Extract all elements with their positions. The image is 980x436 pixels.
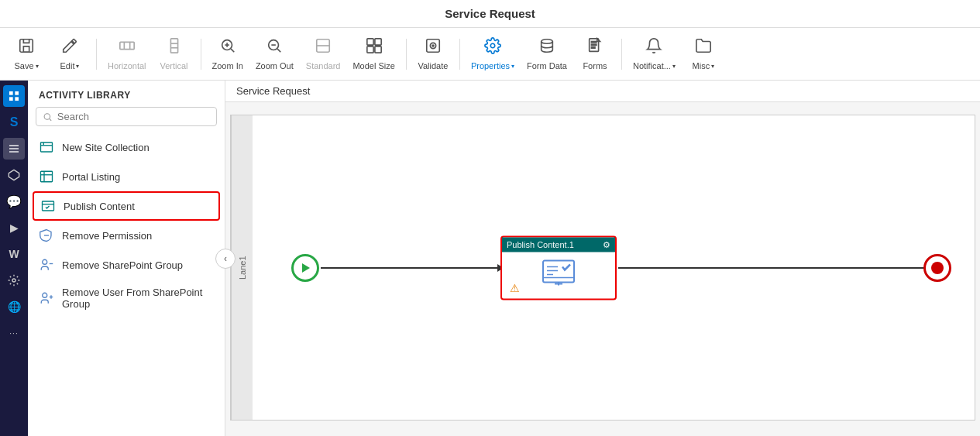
remove-permission-icon [39, 228, 54, 243]
icon-bar-plug[interactable] [3, 164, 25, 186]
activity-gear-icon[interactable]: ⚙ [603, 239, 610, 249]
icon-bar-grid[interactable] [3, 85, 25, 107]
sidebar-item-portal-listing[interactable]: Portal Listing [28, 162, 225, 191]
icon-bar-globe[interactable]: 🌐 [3, 296, 25, 318]
edit-button[interactable]: Edit ▾ [50, 33, 90, 76]
svg-line-13 [277, 49, 280, 52]
arrow-start-to-activity [321, 267, 499, 269]
activity-node-title: Publish Content.1 [507, 240, 574, 249]
flow-area: Publish Content.1 ⚙ [253, 115, 975, 420]
sidebar-item-remove-user-sharepoint[interactable]: Remove User From SharePoint Group [28, 280, 225, 317]
zoom-in-icon [219, 37, 236, 59]
svg-rect-46 [43, 201, 54, 211]
end-node[interactable] [923, 254, 951, 282]
svg-rect-4 [170, 39, 177, 53]
svg-rect-1 [120, 42, 134, 49]
activity-node[interactable]: Publish Content.1 ⚙ [500, 235, 617, 300]
save-button[interactable]: Save ▾ [6, 33, 46, 76]
misc-icon [695, 37, 712, 59]
start-node[interactable] [291, 254, 319, 282]
publish-content-icon [40, 198, 56, 214]
sidebar-item-label: New Site Collection [62, 142, 150, 153]
icon-bar-wp[interactable]: W [3, 243, 25, 265]
canvas-content[interactable]: Lane1 Publish Content.1 ⚙ [225, 102, 980, 433]
lane-container: Lane1 Publish Content.1 ⚙ [230, 115, 975, 421]
search-input[interactable] [57, 111, 210, 122]
vertical-button[interactable]: Vertical [154, 33, 194, 76]
sidebar-item-publish-content[interactable]: Publish Content [33, 191, 220, 221]
horizontal-button[interactable]: Horizontal [103, 33, 151, 76]
divider-1 [96, 39, 97, 70]
svg-rect-30 [15, 91, 19, 95]
arrow-activity-to-end [618, 267, 944, 269]
search-box[interactable] [36, 107, 217, 126]
icon-bar-list[interactable] [3, 138, 25, 160]
icon-bar-settings[interactable] [3, 269, 25, 291]
svg-marker-36 [9, 170, 19, 180]
svg-rect-17 [375, 39, 381, 45]
title-bar: Service Request [0, 0, 980, 28]
forms-button[interactable]: Forms [575, 33, 615, 76]
new-site-collection-icon [39, 139, 54, 155]
model-size-button[interactable]: Model Size [348, 33, 399, 76]
svg-rect-35 [9, 151, 19, 152]
lane-label: Lane1 [231, 115, 253, 420]
svg-point-37 [12, 279, 15, 282]
sidebar-item-label: Remove User From SharePoint Group [62, 287, 214, 310]
svg-line-10 [231, 49, 234, 52]
icon-bar-chat[interactable]: 💬 [3, 191, 25, 212]
forms-icon [586, 37, 603, 59]
sidebar-items: New Site Collection Portal Listing [28, 132, 225, 436]
warning-icon: ⚠ [510, 281, 520, 294]
properties-icon [484, 37, 501, 59]
svg-rect-43 [41, 171, 53, 182]
icon-bar-sharepoint[interactable]: S [3, 112, 25, 133]
canvas-title: Service Request [225, 81, 980, 102]
search-icon [43, 112, 53, 122]
sidebar-item-remove-sharepoint-group[interactable]: Remove SharePoint Group [28, 250, 225, 280]
svg-point-23 [490, 43, 495, 48]
divider-4 [459, 39, 460, 70]
portal-listing-icon [39, 169, 54, 184]
standard-button[interactable]: Standard [301, 33, 346, 76]
svg-point-38 [44, 113, 50, 118]
svg-rect-18 [366, 46, 373, 53]
sidebar-item-label: Publish Content [64, 201, 135, 212]
svg-rect-32 [15, 97, 19, 101]
sidebar-collapse-button[interactable]: ‹ [215, 249, 236, 269]
validate-icon [425, 37, 442, 59]
icon-bar-video[interactable]: ▶ [3, 217, 25, 239]
zoom-in-button[interactable]: Zoom In [208, 33, 248, 76]
divider-2 [201, 39, 201, 70]
svg-rect-31 [9, 97, 13, 101]
sidebar: ACTIVITY LIBRARY New Site Collection [28, 81, 225, 436]
misc-button[interactable]: Misc ▾ [683, 33, 724, 76]
zoom-out-button[interactable]: Zoom Out [251, 33, 298, 76]
properties-button[interactable]: Properties ▾ [466, 33, 519, 76]
activity-node-body: ⚠ [502, 252, 615, 298]
icon-bar-more[interactable]: ··· [3, 322, 25, 344]
activity-node-header: Publish Content.1 ⚙ [502, 237, 615, 252]
zoom-out-icon [266, 37, 283, 59]
sidebar-header: ACTIVITY LIBRARY [28, 81, 225, 107]
sidebar-item-new-site-collection[interactable]: New Site Collection [28, 132, 225, 162]
form-data-icon [538, 37, 555, 59]
svg-rect-16 [366, 39, 373, 45]
svg-rect-27 [591, 44, 596, 45]
svg-rect-19 [375, 46, 381, 53]
svg-rect-40 [41, 142, 53, 152]
remove-user-sharepoint-icon [39, 290, 54, 306]
sidebar-item-label: Remove SharePoint Group [62, 259, 183, 271]
svg-rect-26 [591, 42, 596, 43]
validate-button[interactable]: Validate [413, 33, 453, 76]
vertical-icon [166, 37, 183, 59]
svg-point-51 [43, 293, 47, 297]
notification-button[interactable]: Notificat... ▾ [628, 33, 680, 76]
toolbar: Save ▾ Edit ▾ Horizontal [0, 28, 980, 81]
canvas-area: Service Request Lane1 Publish Content.1 … [225, 81, 980, 436]
form-data-button[interactable]: Form Data [522, 33, 572, 76]
svg-line-39 [50, 118, 51, 120]
svg-point-22 [432, 45, 434, 46]
sidebar-item-remove-permission[interactable]: Remove Permission [28, 221, 225, 250]
divider-5 [621, 39, 622, 70]
